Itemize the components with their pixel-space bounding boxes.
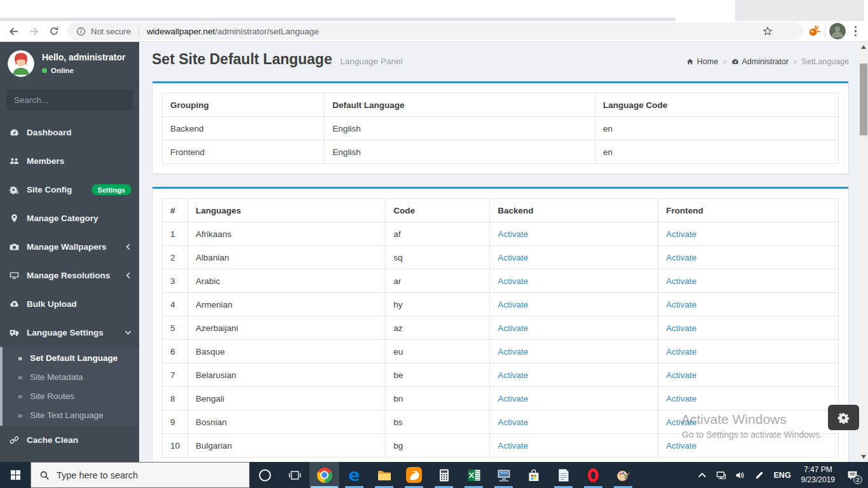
code-cell: bg <box>386 434 490 458</box>
backend-cell: Activate <box>490 363 658 387</box>
sidebar-subitem-label: Set Default Language <box>30 353 118 363</box>
language-cell: Bengali <box>188 387 386 410</box>
screen: Not secure widewallpaper.net/administrat… <box>0 0 868 488</box>
bookmark-star-button[interactable] <box>763 26 773 36</box>
backend-activate-link[interactable]: Activate <box>498 394 528 403</box>
sidebar-item-site-config[interactable]: Site ConfigSettings <box>0 175 139 204</box>
scrollbar-down-arrow[interactable] <box>861 455 866 459</box>
frontend-activate-link[interactable]: Activate <box>666 276 696 286</box>
sidebar-search-input[interactable] <box>6 90 133 111</box>
sidebar-item-manage-wallpapers[interactable]: Manage Wallpapers <box>0 233 139 261</box>
link-icon <box>10 435 20 445</box>
sidebar-item-manage-resolutions[interactable]: Manage Resolutions <box>0 261 139 290</box>
paint-taskbar-button[interactable] <box>608 462 638 488</box>
reload-button[interactable] <box>44 22 64 40</box>
sidebar: Hello, administrator Online DashboardMem… <box>0 42 139 462</box>
extension-button[interactable] <box>807 24 821 38</box>
sidebar-item-cache-clean[interactable]: Cache Clean <box>0 426 139 454</box>
browser-menu-button[interactable] <box>850 24 862 39</box>
sidebar-item-manage-category[interactable]: Manage Category <box>0 204 139 233</box>
language-cell: Bosnian <box>188 410 386 434</box>
user-avatar <box>8 50 34 77</box>
row-number-cell: 3 <box>163 269 188 293</box>
calculator-taskbar-button[interactable] <box>429 462 459 488</box>
frontend-activate-link[interactable]: Activate <box>666 394 696 403</box>
frontend-activate-link[interactable]: Activate <box>666 347 696 356</box>
backend-activate-link[interactable]: Activate <box>498 300 528 309</box>
users-icon <box>10 156 20 166</box>
code-cell: az <box>386 316 490 340</box>
breadcrumb-item-home[interactable]: Home <box>686 57 718 66</box>
languages-table: #LanguagesCodeBackendFrontend 1Afrikaans… <box>162 198 839 458</box>
opera-taskbar-button[interactable] <box>578 462 608 488</box>
backend-activate-link[interactable]: Activate <box>498 229 528 239</box>
quick-settings-button[interactable] <box>828 405 859 430</box>
scrollbar-up-arrow[interactable] <box>861 45 866 49</box>
table-cell: en <box>595 117 838 140</box>
sidebar-item-bulk-upload[interactable]: Bulk Upload <box>0 290 139 318</box>
frontend-activate-link[interactable]: Activate <box>666 253 696 262</box>
tray-chevron-button[interactable] <box>694 466 710 484</box>
frontend-activate-link[interactable]: Activate <box>666 417 696 427</box>
backend-activate-link[interactable]: Activate <box>498 253 528 262</box>
excel-taskbar-button[interactable] <box>459 462 489 488</box>
frontend-activate-link[interactable]: Activate <box>666 370 696 380</box>
default-language-panel: GroupingDefault LanguageLanguage Code Ba… <box>152 81 849 174</box>
start-button[interactable] <box>0 462 31 488</box>
breadcrumb-separator: > <box>722 58 726 65</box>
notepad-taskbar-button[interactable] <box>548 462 578 488</box>
kebab-menu-icon <box>855 26 857 29</box>
taskbar-clock[interactable]: 7:47 PM 9/23/2019 <box>797 465 839 485</box>
online-status-label: Online <box>51 67 74 74</box>
action-center-button[interactable]: 2 <box>841 466 863 484</box>
code-cell: sq <box>386 246 490 269</box>
language-cell: Afrikaans <box>188 222 386 246</box>
frontend-activate-link[interactable]: Activate <box>666 323 696 333</box>
frontend-activate-link[interactable]: Activate <box>666 441 696 451</box>
pen-button[interactable] <box>751 466 768 484</box>
sidebar-item-members[interactable]: Members <box>0 147 139 175</box>
chrome-taskbar-button[interactable] <box>309 462 339 488</box>
backend-activate-link[interactable]: Activate <box>498 323 528 333</box>
network-button[interactable] <box>713 466 729 484</box>
profile-avatar[interactable] <box>829 23 846 39</box>
forward-button[interactable] <box>24 22 43 40</box>
backend-activate-link[interactable]: Activate <box>498 370 528 380</box>
sidebar-item-dashboard[interactable]: Dashboard <box>0 118 139 147</box>
breadcrumb-label: SetLanguage <box>802 57 849 66</box>
store-taskbar-button[interactable] <box>519 462 548 488</box>
frontend-activate-link[interactable]: Activate <box>666 229 696 239</box>
sidebar-subitem-site-text-language[interactable]: »Site Text Language <box>3 405 139 424</box>
remote-desktop-taskbar-button[interactable] <box>489 462 519 488</box>
breadcrumb-item-administrator[interactable]: Administrator <box>731 57 789 66</box>
backend-activate-link[interactable]: Activate <box>498 441 528 451</box>
task-view-taskbar-button[interactable] <box>280 462 309 488</box>
table-row: 4ArmenianhyActivateActivate <box>163 293 839 316</box>
backend-activate-link[interactable]: Activate <box>498 417 528 427</box>
sidebar-subitem-site-metadata[interactable]: »Site Metadata <box>3 367 139 386</box>
browser-tab[interactable] <box>675 2 735 21</box>
sidebar-subitem-site-routes[interactable]: »Site Routes <box>3 386 139 405</box>
scrollbar-thumb[interactable] <box>860 64 867 135</box>
sidebar-item-label: Site Config <box>27 185 72 194</box>
uc-browser-taskbar-button[interactable] <box>399 462 429 488</box>
backend-activate-link[interactable]: Activate <box>498 276 528 286</box>
address-bar[interactable]: Not secure widewallpaper.net/administrat… <box>67 22 803 40</box>
system-tray: ENG 7:47 PM 9/23/2019 2 <box>694 462 868 488</box>
edge-taskbar-button[interactable] <box>339 462 369 488</box>
double-angle-icon: » <box>18 410 22 420</box>
page-scrollbar[interactable] <box>859 42 868 462</box>
volume-button[interactable] <box>732 466 749 484</box>
languages-panel: #LanguagesCodeBackendFrontend 1Afrikaans… <box>152 187 849 462</box>
toolbar-separator <box>825 25 825 37</box>
language-indicator[interactable]: ENG <box>770 471 795 480</box>
sidebar-item-language-settings[interactable]: Language Settings <box>0 318 139 347</box>
back-button[interactable] <box>4 22 23 40</box>
frontend-activate-link[interactable]: Activate <box>666 300 696 309</box>
backend-activate-link[interactable]: Activate <box>498 347 528 356</box>
taskbar-search[interactable]: Type here to search <box>31 462 250 488</box>
file-explorer-taskbar-button[interactable] <box>369 462 399 488</box>
sidebar-subitem-set-default-language[interactable]: »Set Default Language <box>3 348 139 367</box>
cortana-taskbar-button[interactable] <box>250 462 280 488</box>
remote-desktop-icon <box>496 468 512 483</box>
